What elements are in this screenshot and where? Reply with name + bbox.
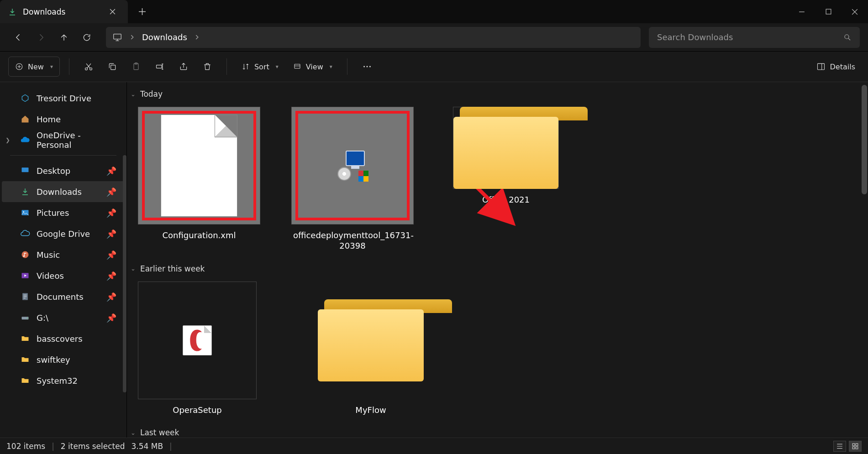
svg-rect-1 — [114, 34, 121, 39]
svg-rect-25 — [852, 444, 855, 446]
sidebar-item-label: OneDrive - Personal — [37, 130, 118, 150]
sidebar-item-documents[interactable]: Documents 📌 — [2, 286, 125, 307]
sidebar-item-label: Pictures — [37, 208, 69, 218]
file-item[interactable]: OperaSetup — [138, 282, 257, 415]
pin-icon: 📌 — [106, 208, 116, 218]
file-name: Office 2021 — [482, 194, 530, 205]
search-box[interactable] — [649, 27, 860, 48]
navigation-pane: Tresorit Drive Home ❯ OneDrive - Persona… — [0, 82, 127, 438]
separator — [69, 58, 69, 75]
chevron-right-icon[interactable] — [129, 35, 136, 40]
sidebar-item-downloads[interactable]: Downloads 📌 — [2, 181, 125, 202]
download-icon — [20, 187, 30, 197]
documents-icon — [20, 292, 30, 302]
close-window-button[interactable] — [842, 0, 868, 23]
share-button[interactable] — [174, 57, 194, 77]
maximize-button[interactable] — [815, 0, 842, 23]
forward-button[interactable] — [31, 27, 51, 47]
view-details-button[interactable] — [833, 441, 846, 452]
file-list[interactable]: ⌄ Today Configuration.xml offi — [127, 82, 868, 438]
svg-point-12 — [366, 66, 368, 68]
sidebar-item-gdrive[interactable]: Google Drive 📌 — [2, 223, 125, 244]
minimize-button[interactable] — [789, 0, 815, 23]
sidebar-item-videos[interactable]: Videos 📌 — [2, 265, 125, 286]
group-header-earlier[interactable]: ⌄ Earlier this week — [131, 261, 855, 277]
status-bar: 102 items | 2 items selected 3.54 MB | — [0, 438, 868, 454]
separator — [347, 58, 347, 75]
svg-rect-6 — [111, 65, 116, 70]
sidebar-item-music[interactable]: Music 📌 — [2, 244, 125, 265]
cut-button[interactable] — [79, 57, 99, 77]
sidebar-item-onedrive[interactable]: ❯ OneDrive - Personal — [2, 130, 125, 151]
sidebar-item-tresorit[interactable]: Tresorit Drive — [2, 88, 125, 109]
file-name: MyFlow — [355, 405, 386, 415]
chevron-down-icon: ▾ — [50, 63, 53, 70]
chevron-down-icon: ⌄ — [131, 265, 136, 272]
file-name: officedeploymenttool_16731-20398 — [293, 230, 412, 251]
desktop-icon — [20, 166, 30, 176]
back-button[interactable] — [8, 27, 28, 47]
pin-icon: 📌 — [106, 187, 116, 197]
rename-button[interactable] — [150, 57, 170, 77]
chevron-down-icon: ▾ — [276, 63, 279, 70]
sidebar-item-folder[interactable]: basscovers — [2, 328, 125, 349]
cloud-icon — [20, 229, 30, 239]
file-item[interactable]: Configuration.xml — [138, 107, 260, 251]
pin-icon: 📌 — [106, 292, 116, 302]
window-tab[interactable]: Downloads — [0, 0, 128, 23]
sort-button[interactable]: Sort ▾ — [236, 57, 284, 77]
paste-button[interactable] — [126, 57, 146, 77]
new-tab-button[interactable] — [133, 0, 151, 23]
sidebar-item-drive-g[interactable]: G:\ 📌 — [2, 307, 125, 328]
titlebar: Downloads — [0, 0, 868, 23]
folder-icon — [318, 299, 424, 381]
svg-rect-10 — [295, 64, 300, 68]
chevron-right-icon[interactable]: ❯ — [5, 137, 10, 143]
sidebar-item-folder[interactable]: swiftkey — [2, 349, 125, 370]
svg-rect-27 — [852, 447, 855, 449]
sidebar-item-home[interactable]: Home — [2, 109, 125, 130]
sidebar-item-label: basscovers — [37, 334, 83, 344]
group-header-lastweek[interactable]: ⌄ Last week — [131, 424, 855, 438]
new-button[interactable]: New ▾ — [8, 57, 60, 77]
tab-close-button[interactable] — [107, 6, 118, 17]
toolbar: New ▾ Sort ▾ View ▾ Details — [0, 52, 868, 82]
sidebar-item-desktop[interactable]: Desktop 📌 — [2, 160, 125, 181]
address-segment[interactable]: Downloads — [142, 32, 187, 42]
folder-icon — [20, 355, 30, 365]
music-icon — [20, 250, 30, 260]
file-item[interactable]: Office 2021 — [445, 107, 567, 251]
sidebar-item-label: Desktop — [37, 166, 70, 176]
sidebar-scrollbar[interactable] — [123, 155, 126, 392]
file-thumbnail — [291, 107, 414, 224]
sidebar-item-folder[interactable]: System32 — [2, 370, 125, 391]
status-selection: 2 items selected — [61, 442, 125, 451]
group-header-today[interactable]: ⌄ Today — [131, 86, 855, 102]
refresh-button[interactable] — [77, 27, 97, 47]
pin-icon: 📌 — [106, 271, 116, 281]
file-name: OperaSetup — [173, 405, 222, 415]
details-pane-button[interactable]: Details — [812, 57, 860, 77]
file-item[interactable]: MyFlow — [316, 282, 426, 415]
svg-point-11 — [363, 66, 365, 68]
view-thumbnails-button[interactable] — [849, 441, 862, 452]
svg-point-2 — [845, 35, 849, 39]
chevron-right-icon[interactable] — [194, 35, 200, 40]
svg-rect-15 — [22, 167, 29, 172]
up-button[interactable] — [54, 27, 74, 47]
search-input[interactable] — [657, 32, 843, 42]
view-button[interactable]: View ▾ — [288, 57, 338, 77]
address-bar[interactable]: Downloads — [106, 27, 641, 48]
new-label: New — [28, 63, 44, 71]
videos-icon — [20, 271, 30, 281]
sidebar-item-pictures[interactable]: Pictures 📌 — [2, 202, 125, 223]
status-item-count: 102 items — [6, 442, 45, 451]
file-item[interactable]: officedeploymenttool_16731-20398 — [291, 107, 414, 251]
delete-button[interactable] — [197, 57, 217, 77]
more-button[interactable] — [357, 57, 378, 77]
content-scrollbar[interactable] — [862, 85, 867, 194]
file-thumbnail — [138, 282, 257, 399]
chevron-down-icon: ⌄ — [131, 91, 136, 98]
copy-button[interactable] — [102, 57, 122, 77]
sort-label: Sort — [254, 63, 269, 71]
